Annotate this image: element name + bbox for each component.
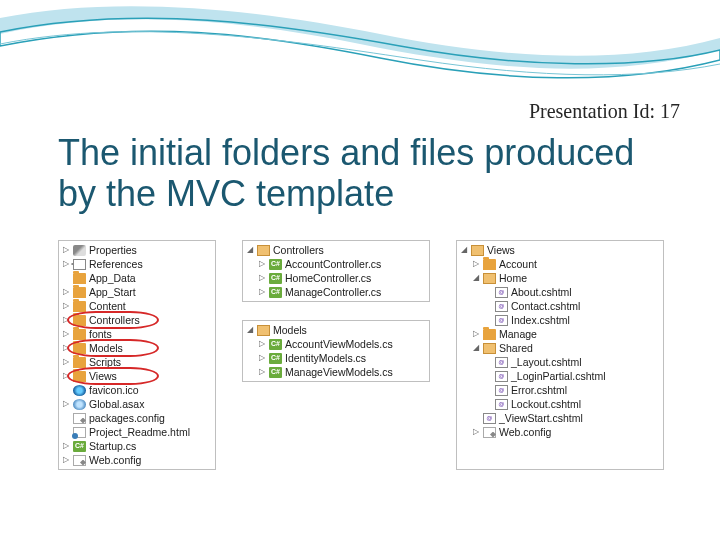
chevron-down-icon: ◢ <box>471 344 480 353</box>
chevron-right-icon: ▷ <box>257 288 266 297</box>
tree-item-label: Web.config <box>499 425 551 440</box>
tree-item[interactable]: ▷HomeController.cs <box>245 271 425 285</box>
cshtml-icon <box>495 287 508 298</box>
tree-item[interactable]: _Layout.cshtml <box>459 355 659 369</box>
tree-item-label: Shared <box>499 341 533 356</box>
tree-item-label: Lockout.cshtml <box>511 397 581 412</box>
tree-item-label: Content <box>89 299 126 314</box>
tree-item[interactable]: ▷Properties <box>61 243 211 257</box>
cshtml-icon <box>495 357 508 368</box>
tree-item-label: Global.asax <box>89 397 144 412</box>
tree-item[interactable]: packages.config <box>61 411 211 425</box>
tree-item-label: _ViewStart.cshtml <box>499 411 583 426</box>
folder-open-icon <box>471 245 484 256</box>
tree-item[interactable]: ▷Web.config <box>459 425 659 439</box>
tree-item[interactable]: About.cshtml <box>459 285 659 299</box>
tree-item[interactable]: ▷Web.config <box>61 453 211 467</box>
tree-panels: ▷Properties▷ReferencesApp_Data▷App_Start… <box>58 240 690 470</box>
tree-item[interactable]: _ViewStart.cshtml <box>459 411 659 425</box>
cs-icon <box>269 339 282 350</box>
tree-item-label: Account <box>499 257 537 272</box>
controllers-tree-panel: ◢Controllers▷AccountController.cs▷HomeCo… <box>242 240 430 302</box>
refs-icon <box>73 259 86 270</box>
folder-icon <box>73 273 86 284</box>
tree-item[interactable]: App_Data <box>61 271 211 285</box>
folder-icon <box>483 259 496 270</box>
tree-item[interactable]: ▷Views <box>61 369 211 383</box>
chevron-right-icon: ▷ <box>257 368 266 377</box>
folder-icon <box>73 315 86 326</box>
models-tree-panel: ◢Models▷AccountViewModels.cs▷IdentityMod… <box>242 320 430 382</box>
tree-header[interactable]: ◢Views <box>459 243 659 257</box>
tree-item[interactable]: favicon.ico <box>61 383 211 397</box>
tree-item[interactable]: Contact.cshtml <box>459 299 659 313</box>
tree-item-label: _LoginPartial.cshtml <box>511 369 606 384</box>
slide-wave-decoration <box>0 0 720 95</box>
tree-item[interactable]: ▷Manage <box>459 327 659 341</box>
tree-item[interactable]: ▷App_Start <box>61 285 211 299</box>
tree-item[interactable]: ▷ManageController.cs <box>245 285 425 299</box>
tree-item[interactable]: ▷AccountController.cs <box>245 257 425 271</box>
tree-item-label: favicon.ico <box>89 383 139 398</box>
chevron-down-icon: ◢ <box>245 246 254 255</box>
tree-item-label: HomeController.cs <box>285 271 371 286</box>
chevron-right-icon: ▷ <box>61 260 70 269</box>
cshtml-icon <box>495 385 508 396</box>
chevron-right-icon: ▷ <box>61 442 70 451</box>
chevron-right-icon: ▷ <box>61 344 70 353</box>
cshtml-icon <box>495 315 508 326</box>
tree-item-label: Web.config <box>89 453 141 468</box>
tree-item[interactable]: ◢Shared <box>459 341 659 355</box>
tree-item[interactable]: ▷fonts <box>61 327 211 341</box>
tree-item-label: Contact.cshtml <box>511 299 580 314</box>
ico-icon <box>73 385 86 396</box>
folder-open-icon <box>483 273 496 284</box>
tree-item-label: ManageController.cs <box>285 285 381 300</box>
folder-icon <box>73 343 86 354</box>
tree-item[interactable]: ◢Home <box>459 271 659 285</box>
tree-item[interactable]: ▷Account <box>459 257 659 271</box>
tree-item[interactable]: ▷Models <box>61 341 211 355</box>
tree-item[interactable]: Index.cshtml <box>459 313 659 327</box>
chevron-right-icon: ▷ <box>61 288 70 297</box>
cs-icon <box>269 367 282 378</box>
tree-item[interactable]: Error.cshtml <box>459 383 659 397</box>
tree-item[interactable]: Project_Readme.html <box>61 425 211 439</box>
tree-item[interactable]: ▷References <box>61 257 211 271</box>
chevron-right-icon: ▷ <box>61 358 70 367</box>
tree-item-label: Error.cshtml <box>511 383 567 398</box>
tree-item[interactable]: _LoginPartial.cshtml <box>459 369 659 383</box>
tree-item-label: App_Data <box>89 271 136 286</box>
tree-item-label: References <box>89 257 143 272</box>
chevron-right-icon: ▷ <box>61 400 70 409</box>
wrench-icon <box>73 245 86 256</box>
chevron-down-icon: ◢ <box>245 326 254 335</box>
folder-icon <box>73 329 86 340</box>
tree-item-label: Views <box>89 369 117 384</box>
tree-header[interactable]: ◢Models <box>245 323 425 337</box>
chevron-right-icon: ▷ <box>257 340 266 349</box>
tree-header[interactable]: ◢Controllers <box>245 243 425 257</box>
chevron-right-icon: ▷ <box>61 302 70 311</box>
tree-item[interactable]: ▷AccountViewModels.cs <box>245 337 425 351</box>
folder-icon <box>73 287 86 298</box>
tree-item[interactable]: ▷Content <box>61 299 211 313</box>
tree-item-label: Project_Readme.html <box>89 425 190 440</box>
tree-item-label: fonts <box>89 327 112 342</box>
cs-icon <box>269 287 282 298</box>
tree-item[interactable]: ▷Startup.cs <box>61 439 211 453</box>
tree-item[interactable]: ▷IdentityModels.cs <box>245 351 425 365</box>
tree-item-label: Manage <box>499 327 537 342</box>
folder-icon <box>73 357 86 368</box>
tree-item-label: IdentityModels.cs <box>285 351 366 366</box>
tree-item[interactable]: ▷ManageViewModels.cs <box>245 365 425 379</box>
project-tree-panel: ▷Properties▷ReferencesApp_Data▷App_Start… <box>58 240 216 470</box>
views-tree-panel: ◢Views▷Account◢HomeAbout.cshtmlContact.c… <box>456 240 664 470</box>
tree-item[interactable]: ▷Scripts <box>61 355 211 369</box>
tree-item[interactable]: Lockout.cshtml <box>459 397 659 411</box>
config-icon <box>73 455 86 466</box>
tree-header-label: Views <box>487 243 515 258</box>
tree-item[interactable]: ▷Global.asax <box>61 397 211 411</box>
tree-item[interactable]: ▷Controllers <box>61 313 211 327</box>
tree-header-label: Models <box>273 323 307 338</box>
